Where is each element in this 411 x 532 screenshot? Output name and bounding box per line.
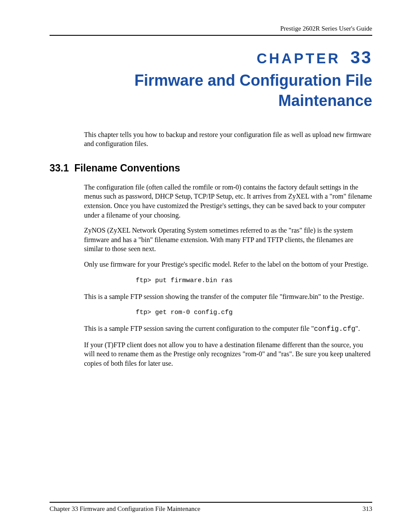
chapter-word: CHAPTER [257,50,341,66]
chapter-title: Firmware and Configuration File Maintena… [50,71,372,111]
paragraph-5b: ". [355,325,360,332]
code-sample-1: ftp> put firmware.bin ras [136,277,372,284]
header-rule [50,35,372,36]
page-container: Prestige 2602R Series User's Guide CHAPT… [0,0,411,532]
paragraph-1: The configuration file (often called the… [84,183,372,220]
chapter-number: 33 [351,48,373,67]
footer: Chapter 33 Firmware and Configuration Fi… [50,502,372,513]
paragraph-5: This is a sample FTP session saving the … [84,324,372,334]
header-guide-title: Prestige 2602R Series User's Guide [50,25,372,32]
chapter-intro: This chapter tells you how to backup and… [84,130,372,149]
paragraph-2: ZyNOS (ZyXEL Network Operating System so… [84,226,372,254]
section-heading: 33.1 Filename Conventions [50,162,372,174]
paragraph-4: This is a sample FTP session showing the… [84,292,372,302]
paragraph-6: If your (T)FTP client does not allow you… [84,340,372,368]
section-title: Filename Conventions [75,162,180,174]
footer-page-number: 313 [363,505,373,513]
chapter-label: CHAPTER 33 [50,48,372,67]
paragraph-5a: This is a sample FTP session saving the … [84,325,314,332]
footer-rule [50,502,372,503]
paragraph-3: Only use firmware for your Prestige's sp… [84,260,372,269]
footer-chapter-ref: Chapter 33 Firmware and Configuration Fi… [50,505,200,513]
section-number: 33.1 [50,162,69,174]
code-sample-2: ftp> get rom-0 config.cfg [136,309,372,316]
paragraph-5-code: config.cfg [314,325,355,333]
